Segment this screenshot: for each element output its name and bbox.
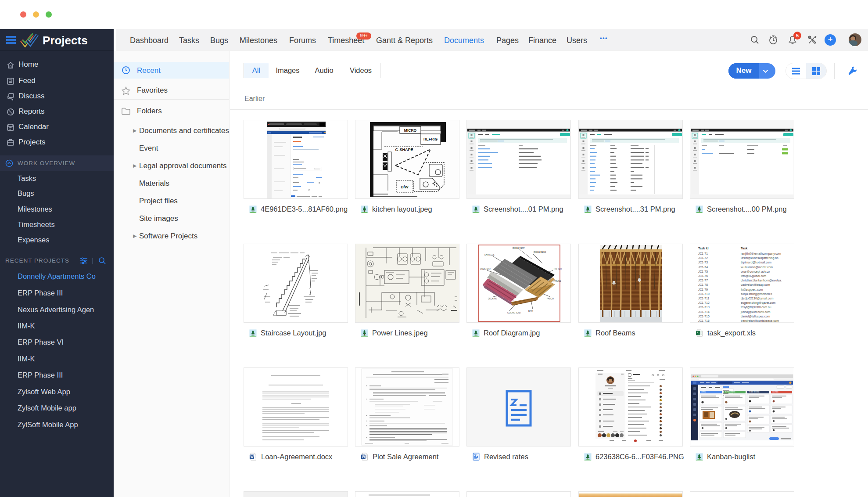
svg-text:RIDGE VENT: RIDGE VENT	[513, 247, 525, 249]
svg-text:REFRIG: REFRIG	[423, 137, 438, 141]
svg-text:RIDGE BEAM: RIDGE BEAM	[534, 251, 546, 253]
svg-text:OPEN: OPEN	[701, 391, 706, 393]
svg-text:UNDERLAY: UNDERLAY	[480, 268, 491, 270]
svg-text:D/W: D/W	[401, 185, 409, 189]
svg-text:MICRO: MICRO	[404, 128, 417, 133]
svg-text:BATT: BATT	[528, 310, 533, 312]
svg-text:CEILING JOIST: CEILING JOIST	[507, 312, 521, 314]
svg-text:G-SHAPE: G-SHAPE	[395, 148, 413, 152]
svg-text:DECKING: DECKING	[488, 298, 497, 300]
svg-text:CLOSED: CLOSED	[772, 391, 778, 393]
svg-text:TRUSS: TRUSS	[554, 280, 561, 282]
svg-text:TO BE TESTED: TO BE TESTED	[749, 391, 760, 393]
svg-text:FASCIA: FASCIA	[547, 298, 554, 300]
svg-text:SHINGLES: SHINGLES	[484, 254, 495, 256]
svg-text:RAFTER: RAFTER	[554, 268, 562, 270]
svg-text:IN PROGRESS: IN PROGRESS	[725, 391, 735, 393]
